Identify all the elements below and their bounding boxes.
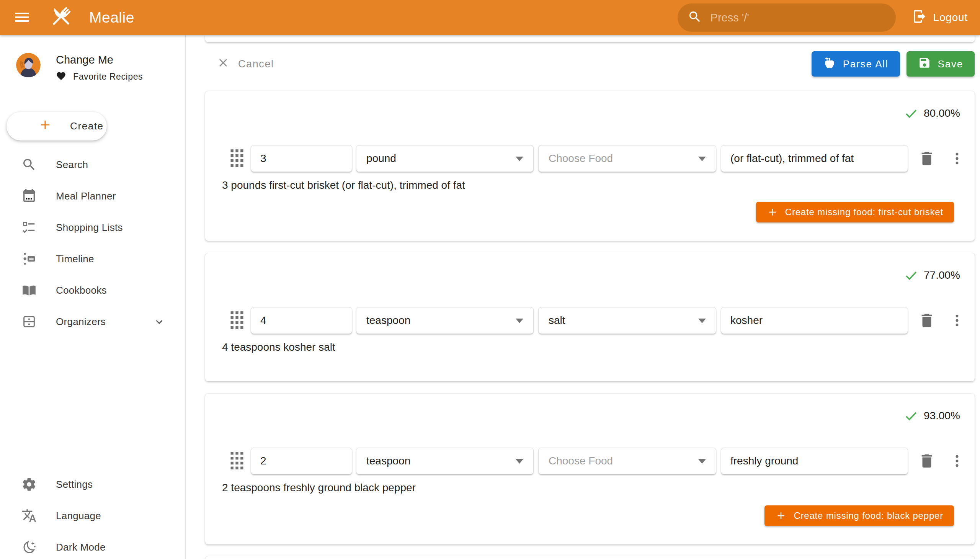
checklist-icon	[21, 220, 37, 235]
check-icon	[904, 268, 918, 282]
ingredient-menu-button[interactable]	[949, 313, 965, 328]
quantity-input[interactable]	[251, 146, 352, 172]
user-block[interactable]: Change Me Favorite Recipes	[16, 53, 185, 83]
user-info: Change Me Favorite Recipes	[56, 53, 143, 83]
quantity-field	[251, 448, 352, 475]
moon-icon	[21, 539, 37, 555]
kebab-icon	[949, 453, 965, 469]
save-label: Save	[938, 58, 963, 70]
translate-icon	[21, 508, 37, 523]
confidence-indicator: 93.00%	[904, 409, 960, 423]
quantity-field	[251, 145, 352, 172]
sidebar-item-search[interactable]: Search	[0, 149, 185, 180]
logout-button[interactable]: Logout	[909, 5, 971, 31]
plus-icon	[775, 510, 787, 521]
sidebar-item-meal-planner[interactable]: Meal Planner	[0, 180, 185, 212]
close-icon	[216, 56, 230, 72]
parse-all-label: Parse All	[843, 58, 889, 70]
note-input[interactable]	[721, 308, 908, 334]
search-input[interactable]	[711, 12, 886, 24]
sidebar-item-dark-mode[interactable]: Dark Mode	[0, 531, 185, 559]
dropdown-arrow-icon	[516, 157, 523, 161]
user-name: Change Me	[56, 54, 143, 66]
ingredient-card: 93.00% teaspoon Choose Food	[205, 394, 975, 544]
calendar-icon	[21, 189, 37, 204]
drag-handle-icon[interactable]	[228, 148, 245, 169]
create-button[interactable]: Create	[7, 112, 107, 141]
quantity-input[interactable]	[251, 308, 352, 334]
app-title: Mealie	[89, 9, 134, 26]
menu-button[interactable]	[13, 8, 31, 28]
ingredient-fields-row: teaspoon Choose Food	[228, 448, 965, 475]
unit-select[interactable]: teaspoon	[356, 448, 534, 475]
dropdown-arrow-icon	[698, 157, 706, 161]
kebab-icon	[949, 151, 965, 166]
confidence-value: 93.00%	[924, 410, 960, 422]
ingredient-fields-row: teaspoon salt	[228, 307, 965, 334]
note-field	[721, 448, 908, 475]
gear-icon	[21, 477, 37, 492]
note-field	[721, 307, 908, 334]
note-input[interactable]	[721, 448, 908, 474]
confidence-value: 77.00%	[924, 269, 960, 281]
sidebar-item-language[interactable]: Language	[0, 500, 185, 531]
check-icon	[904, 409, 918, 423]
trash-icon	[918, 150, 935, 167]
drag-handle-icon[interactable]	[228, 310, 245, 331]
mealie-logo-icon	[31, 4, 74, 31]
delete-ingredient-button[interactable]	[918, 312, 935, 329]
plus-icon	[767, 207, 778, 218]
sidebar-bottom-nav: Settings Language Dark Mode	[0, 469, 185, 559]
create-missing-food-button[interactable]: Create missing food: black pepper	[765, 505, 954, 526]
sidebar-nav: Search Meal Planner Shopping Lists Timel…	[0, 149, 185, 337]
ingredient-fields-row: pound Choose Food	[228, 145, 965, 172]
global-search[interactable]	[678, 3, 896, 32]
ingredient-card: 80.00% pound Choose Food	[205, 91, 975, 241]
sidebar-item-organizers[interactable]: Organizers	[0, 306, 185, 337]
parser-toolbar: Cancel Parse All Save	[205, 51, 975, 76]
trash-icon	[918, 452, 935, 470]
parse-all-button[interactable]: Parse All	[811, 51, 900, 76]
ingredient-menu-button[interactable]	[949, 453, 965, 469]
ingredient-menu-button[interactable]	[949, 151, 965, 166]
hamburger-icon	[13, 8, 31, 28]
magnify-icon	[21, 157, 37, 172]
sidebar-item-settings[interactable]: Settings	[0, 469, 185, 500]
drag-handle-icon[interactable]	[228, 450, 245, 472]
cancel-button[interactable]: Cancel	[216, 56, 274, 72]
logout-label: Logout	[933, 12, 968, 24]
note-field	[721, 145, 908, 172]
create-label: Create	[70, 120, 104, 132]
unit-select[interactable]: pound	[356, 145, 534, 172]
scrolled-card-edge	[205, 35, 975, 42]
sidebar-item-cookbooks[interactable]: Cookbooks	[0, 275, 185, 306]
unit-select[interactable]: teaspoon	[356, 307, 534, 334]
food-select[interactable]: salt	[538, 307, 716, 334]
app-header: Mealie Logout	[0, 0, 980, 35]
sidebar-item-timeline[interactable]: Timeline	[0, 243, 185, 275]
parser-main: Cancel Parse All Save 80.00%	[186, 35, 980, 559]
original-ingredient-text: 3 pounds first-cut brisket (or flat-cut)…	[222, 179, 465, 192]
food-select[interactable]: Choose Food	[538, 145, 716, 172]
heart-icon	[56, 71, 66, 83]
note-input[interactable]	[721, 146, 908, 172]
save-button[interactable]: Save	[907, 51, 975, 76]
save-icon	[918, 56, 931, 72]
dropdown-arrow-icon	[698, 459, 706, 464]
delete-ingredient-button[interactable]	[918, 150, 935, 167]
drawers-icon	[21, 314, 37, 329]
food-select[interactable]: Choose Food	[538, 448, 716, 475]
favorite-recipes-link[interactable]: Favorite Recipes	[56, 71, 143, 83]
search-icon	[687, 10, 702, 26]
confidence-indicator: 80.00%	[904, 106, 960, 120]
ingredient-card: 77.00% teaspoon salt	[205, 253, 975, 381]
sidebar-item-shopping-lists[interactable]: Shopping Lists	[0, 212, 185, 243]
logout-icon	[912, 9, 927, 27]
dropdown-arrow-icon	[516, 319, 523, 323]
plus-icon	[38, 117, 53, 135]
trash-icon	[918, 312, 935, 329]
delete-ingredient-button[interactable]	[918, 452, 935, 470]
create-missing-food-button[interactable]: Create missing food: first-cut brisket	[756, 202, 954, 222]
cancel-label: Cancel	[238, 58, 274, 70]
quantity-input[interactable]	[251, 448, 352, 474]
